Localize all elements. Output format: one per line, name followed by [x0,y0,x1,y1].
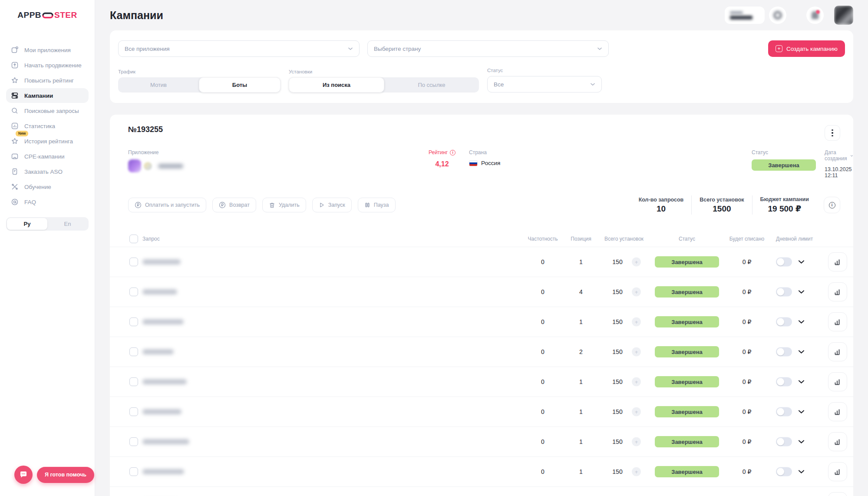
plus-icon: + [776,45,782,52]
daily-limit-toggle[interactable] [776,288,792,297]
avatar-image-blurred [834,6,853,25]
stat-budget: Бюджет кампании 19 500 ₽ [752,196,817,214]
frequency-value: 0 [525,318,560,325]
sidebar-item-label: Повысить рейтинг [24,77,74,84]
row-checkbox[interactable] [129,437,138,446]
notifications-button[interactable] [806,7,824,24]
status-filter-select[interactable]: Все [487,76,602,93]
expand-row-chevron[interactable] [798,350,805,354]
row-chart-button[interactable] [828,342,847,361]
row-chart-button[interactable] [828,282,847,301]
sidebar-menu: Мои приложения Начать продвижение Повыси… [0,43,95,209]
daily-limit-toggle[interactable] [776,317,792,327]
table-row: 0 1 150 + Завершена 0 ₽ [110,307,853,337]
sidebar-item-rating-history[interactable]: New История рейтинга [6,134,89,149]
rating-info-icon[interactable]: i [450,150,455,155]
topup-button-blurred[interactable] [769,7,786,24]
sidebar-item-boost-rating[interactable]: Повысить рейтинг [6,73,89,88]
launch-button[interactable]: Запуск [312,198,352,212]
campaign-info-button[interactable]: i [824,197,840,213]
query-text-blurred [142,379,187,384]
toggles-icon [10,91,19,100]
expand-row-chevron[interactable] [798,410,805,414]
app-filter-select[interactable]: Все приложения [118,40,360,57]
installs-option-by-link[interactable]: По ссылке [384,77,479,93]
daily-limit-toggle[interactable] [776,377,792,387]
create-campaign-button[interactable]: + Создать кампанию [768,40,845,57]
balance-value-blurred [730,16,752,20]
installs-filter-group: Установки Из поиска По ссылке [289,69,479,93]
expand-row-chevron[interactable] [798,320,805,324]
sidebar: APPB STER Мои приложения Начать продвиже… [0,0,95,496]
refund-button[interactable]: Возврат [212,198,256,212]
header-charged: Будет списано [721,236,773,242]
sidebar-item-faq[interactable]: FAQ [6,195,89,209]
row-checkbox[interactable] [129,288,138,296]
expand-row-chevron[interactable] [798,260,805,264]
add-installs-button[interactable]: + [632,407,641,417]
row-chart-button[interactable] [828,252,847,271]
sidebar-item-label: Мои приложения [24,47,71,53]
table-row: 0 1 150 + Завершена 0 ₽ [110,367,853,397]
add-installs-button[interactable]: + [632,377,641,387]
row-chart-button[interactable] [828,492,847,496]
add-installs-button[interactable]: + [632,347,641,357]
table-row: 0 1 150 + Завершена 0 ₽ [110,486,853,496]
select-all-checkbox[interactable] [129,235,138,243]
sidebar-item-my-apps[interactable]: Мои приложения [6,43,89,57]
campaign-app-column: Приложение [128,149,183,172]
expand-row-chevron[interactable] [798,380,805,384]
language-en[interactable]: En [47,218,88,230]
language-ru[interactable]: Ру [7,218,47,230]
row-chart-button[interactable] [828,372,847,391]
row-chart-button[interactable] [828,312,847,331]
add-installs-button[interactable]: + [632,288,641,297]
pay-and-launch-button[interactable]: Оплатить и запустить [128,198,206,212]
charged-value: 0 ₽ [721,348,773,355]
expand-row-chevron[interactable] [798,440,805,444]
daily-limit-toggle[interactable] [776,347,792,357]
avatar[interactable] [834,6,853,25]
row-checkbox[interactable] [129,467,138,476]
daily-limit-toggle[interactable] [776,437,792,446]
row-checkbox[interactable] [129,377,138,386]
row-checkbox[interactable] [129,258,138,266]
traffic-option-motiv[interactable]: Мотив [118,77,199,93]
add-installs-button[interactable]: + [632,437,641,446]
sidebar-item-start-promo[interactable]: Начать продвижение [6,58,89,73]
chat-button[interactable] [14,466,33,484]
sidebar-item-search-queries[interactable]: Поисковые запросы [6,103,89,118]
sidebar-item-order-aso[interactable]: Заказать ASO [6,164,89,179]
campaign-actions-row: Оплатить и запустить Возврат Удалить Зап… [128,195,840,215]
add-installs-button[interactable]: + [632,258,641,267]
expand-row-chevron[interactable] [798,290,805,294]
campaign-menu-button[interactable] [825,125,840,141]
chevron-down-icon [597,47,602,50]
row-checkbox[interactable] [129,407,138,416]
row-checkbox[interactable] [129,317,138,326]
installs-option-from-search[interactable]: Из поиска [289,77,384,93]
row-chart-button[interactable] [828,462,847,481]
date-sort-control[interactable]: Дата создания [825,149,853,162]
table-row: 0 1 150 + Завершена 0 ₽ [110,247,853,277]
row-chart-button[interactable] [828,432,847,451]
daily-limit-toggle[interactable] [776,258,792,267]
daily-limit-toggle[interactable] [776,467,792,476]
pause-button[interactable]: Пауза [358,198,396,212]
sidebar-item-cpe-campaigns[interactable]: CPE-кампании [6,149,89,164]
expand-row-chevron[interactable] [798,470,805,474]
sidebar-item-campaigns[interactable]: Кампании [6,88,89,103]
row-checkbox[interactable] [129,347,138,356]
delete-button[interactable]: Удалить [262,198,306,212]
upload-icon [10,61,19,69]
row-chart-button[interactable] [828,402,847,421]
country-filter-select[interactable]: Выберите страну [367,40,609,57]
balance-pill-blurred[interactable] [725,7,765,24]
add-installs-button[interactable]: + [632,467,641,476]
traffic-option-bots[interactable]: Боты [199,77,281,93]
daily-limit-toggle[interactable] [776,407,792,417]
chat-help-button[interactable]: Я готов помочь [37,467,94,483]
add-installs-button[interactable]: + [632,317,641,327]
query-text-blurred [142,409,182,414]
sidebar-item-education[interactable]: Обучение [6,179,89,194]
